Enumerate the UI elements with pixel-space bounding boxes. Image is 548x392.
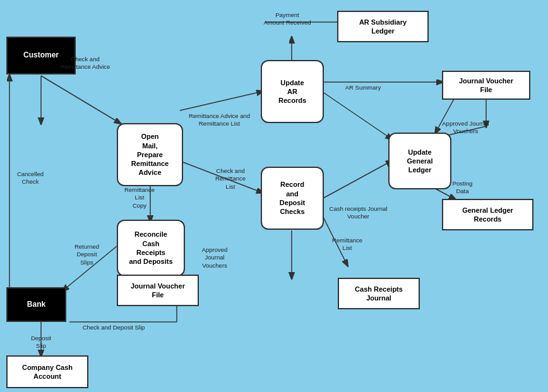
cancelled-check-label: CancelledCheck <box>11 170 49 186</box>
check-deposit-slip-label: Check and Deposit Slip <box>73 324 155 331</box>
journal-voucher-top-label: Journal VoucherFile <box>459 76 513 95</box>
record-deposit-box: RecordandDepositChecks <box>261 167 324 230</box>
remittance-list-label: RemittanceList <box>322 237 372 252</box>
remittance-list-copy-label: RemittanceListCopy <box>117 186 162 210</box>
posting-data-label: PostingData <box>442 180 483 196</box>
company-cash-label: Company Cash Account <box>10 363 85 381</box>
svg-line-3 <box>180 92 262 110</box>
svg-line-11 <box>322 161 391 199</box>
gl-records-label: General LedgerRecords <box>462 206 513 224</box>
update-ar-label: UpdateARRecords <box>278 78 306 105</box>
approved-jv-bottom-label: ApprovedJournalVouchers <box>186 246 243 270</box>
cash-receipts-journal-label: Cash ReceiptsJournal <box>355 285 403 303</box>
cash-receipts-jv-label: Cash receipts JournalVoucher <box>322 205 395 221</box>
bank-label: Bank <box>27 300 45 310</box>
check-remittance-label: Check andRemittance Advice <box>54 56 117 71</box>
update-ar-box: UpdateARRecords <box>261 60 324 123</box>
approved-jv-top-label: Approved JournalVouchers <box>429 120 502 136</box>
returned-deposit-label: ReturnedDepositSlips <box>63 243 110 266</box>
journal-voucher-top-box: Journal VoucherFile <box>442 71 530 100</box>
deposit-slip-label: DepositSlip <box>22 335 60 350</box>
reconcile-label: ReconcileCashReceiptsand Deposits <box>129 230 172 266</box>
check-remittance-list-label: Check andRemittanceList <box>202 167 259 191</box>
svg-line-8 <box>322 92 391 139</box>
svg-line-2 <box>41 76 120 123</box>
open-mail-label: OpenMail,PrepareRemittanceAdvice <box>131 132 169 177</box>
journal-voucher-bottom-box: Journal VoucherFile <box>117 275 199 306</box>
journal-voucher-bottom-label: Journal VoucherFile <box>131 282 185 300</box>
gl-records-box: General LedgerRecords <box>442 199 533 230</box>
company-cash-box: Company Cash Account <box>6 355 88 388</box>
payment-amount-label: PaymentAmount Received <box>253 11 322 27</box>
record-deposit-label: RecordandDepositChecks <box>280 180 305 216</box>
reconcile-box: ReconcileCashReceiptsand Deposits <box>117 220 185 276</box>
cash-receipts-journal-box: Cash ReceiptsJournal <box>338 278 420 309</box>
ar-subsidiary-box: AR SubsidiaryLedger <box>337 11 429 42</box>
bank-box: Bank <box>6 287 66 322</box>
open-mail-box: OpenMail,PrepareRemittanceAdvice <box>117 123 183 186</box>
remittance-advice-list-label: Remittance Advice andRemittance List <box>180 112 259 128</box>
ar-summary-label: AR Summary <box>335 84 391 92</box>
update-gl-label: UpdateGeneralLedger <box>407 148 433 175</box>
ar-subsidiary-label: AR SubsidiaryLedger <box>359 18 407 36</box>
